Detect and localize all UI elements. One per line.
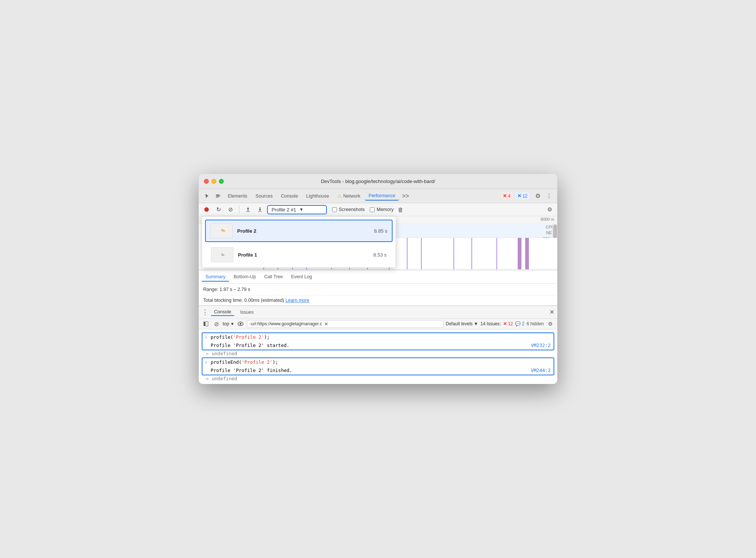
tab-sources[interactable]: Sources: [252, 192, 276, 200]
bottom-up-tab[interactable]: Bottom-Up: [230, 273, 260, 282]
filter-clear-icon[interactable]: ✕: [324, 321, 328, 327]
dropdown-arrow-icon: ▼: [299, 207, 304, 212]
profile-popup: Profile 2 8.85 s Profile 1: [202, 216, 396, 268]
issues-label: 14 Issues:: [480, 321, 501, 326]
svg-rect-11: [205, 322, 208, 326]
hidden-count: 6 hidden: [527, 321, 544, 326]
issues-red-x-icon: ✕: [503, 321, 507, 326]
console-section: ⋮ Console Issues ✕ ⊘ top ▼: [199, 306, 557, 384]
scrollbar-thumb[interactable]: [553, 224, 557, 239]
console-line-1: › profile('Profile 2');: [202, 333, 554, 341]
event-log-tab[interactable]: Event Log: [287, 273, 316, 282]
profile-option-2[interactable]: Profile 2 8.85 s: [205, 220, 393, 242]
context-select[interactable]: top ▼: [223, 321, 234, 326]
issues-tab[interactable]: Issues: [237, 309, 257, 316]
console-line-2: Profile 'Profile 2' started. VM232:2: [202, 341, 554, 350]
console-clear-icon[interactable]: ⊘: [212, 320, 220, 328]
upload-button[interactable]: [243, 205, 253, 214]
levels-label: Default levels: [446, 321, 472, 326]
issues-blue-count: 💬 2: [515, 321, 524, 326]
settings-gear-icon[interactable]: ⚙: [533, 191, 543, 201]
learn-more-link[interactable]: Learn more: [285, 298, 309, 303]
error-badge-blue[interactable]: ✕ 12: [515, 192, 530, 199]
console-highlighted-block-1: › profile('Profile 2'); Profile 'Profile…: [202, 332, 554, 350]
delete-profiles-button[interactable]: 🗑: [396, 205, 406, 214]
console-highlighted-block-2: › profileEnd('Profile 2'); Profile 'Prof…: [202, 357, 554, 375]
blocking-time: Total blocking time: 0.00ms (estimated) …: [199, 295, 557, 306]
ruler-right-label: 9000 m: [540, 217, 554, 221]
context-label: top: [223, 321, 229, 326]
profile-dropdown[interactable]: Profile 2 #1 ▼: [267, 205, 327, 214]
memory-checkbox[interactable]: Memory: [370, 207, 393, 212]
traffic-lights: [204, 179, 224, 184]
inspect-element-icon[interactable]: [213, 191, 223, 201]
eye-icon[interactable]: [236, 320, 245, 328]
svg-rect-6: [222, 230, 225, 232]
console-settings-icon[interactable]: ⚙: [546, 320, 554, 328]
checkbox-group: Screenshots Memory: [332, 207, 394, 212]
blocking-time-label: Total blocking time: 0.00ms (estimated): [203, 298, 284, 303]
download-button[interactable]: [255, 205, 265, 214]
filter-input[interactable]: -url:https://www.googletagmanager.c ✕: [247, 320, 443, 328]
stop-button[interactable]: ⊘: [226, 205, 235, 214]
reload-button[interactable]: ↻: [214, 205, 223, 214]
filter-value: -url:https://www.googletagmanager.c: [250, 321, 322, 326]
screenshots-checkbox-input[interactable]: [332, 207, 337, 212]
tab-performance[interactable]: Performance: [365, 192, 399, 201]
profile-1-name: Profile 1: [238, 252, 257, 258]
svg-point-13: [240, 323, 242, 325]
range-info: Range: 1.97 s – 2.79 s: [199, 284, 557, 295]
console-line-3: › profileEnd('Profile 2');: [202, 358, 554, 366]
toolbar-separator-1: [239, 206, 239, 213]
console-toolbar: ⊘ top ▼ -url:https://www.googletagmanage…: [199, 319, 557, 329]
capture-settings-button[interactable]: ⚙: [545, 205, 554, 214]
profile-2-thumbnail: [210, 223, 233, 238]
more-tabs-button[interactable]: >>: [400, 191, 411, 201]
console-undefined-1: ← undefined: [199, 350, 557, 357]
profile-option-1[interactable]: Profile 1 8.53 s: [202, 244, 396, 266]
profile-2-time: 8.85 s: [374, 228, 387, 234]
record-button[interactable]: [202, 205, 211, 214]
svg-point-3: [204, 207, 209, 212]
summary-tab[interactable]: Summary: [202, 273, 229, 282]
levels-arrow-icon: ▼: [474, 321, 478, 326]
arrow-icon-1: ›: [205, 334, 208, 341]
vm232-link[interactable]: VM232:2: [531, 342, 551, 349]
maximize-button[interactable]: [219, 179, 224, 184]
window-title: DevTools - blog.google/technology/ai/cod…: [321, 179, 435, 184]
arrow-icon-2: ›: [205, 359, 208, 366]
console-close-button[interactable]: ✕: [549, 309, 554, 316]
profile-1-info: Profile 1 8.53 s: [238, 252, 387, 258]
tab-network[interactable]: ⚠ Network: [334, 192, 364, 200]
error-badge-red[interactable]: ✕ 4: [501, 192, 513, 199]
profile-2-info: Profile 2 8.85 s: [237, 228, 387, 234]
minimize-button[interactable]: [211, 179, 216, 184]
more-options-icon[interactable]: ⋮: [544, 191, 554, 201]
devtools-tab-bar: Elements Sources Console Lighthouse ⚠ Ne…: [199, 189, 557, 203]
svg-rect-1: [216, 196, 220, 196]
console-tab[interactable]: Console: [211, 309, 234, 316]
levels-dropdown[interactable]: Default levels ▼: [446, 321, 478, 326]
summary-tab-bar: Summary Bottom-Up Call Tree Event Log: [199, 270, 557, 284]
console-sidebar-icon[interactable]: [202, 320, 210, 328]
console-line-4: Profile 'Profile 2' finished. VM244:2: [202, 366, 554, 375]
close-button[interactable]: [204, 179, 209, 184]
issues-red-count: ✕ 12: [503, 321, 513, 326]
cursor-icon[interactable]: [202, 191, 212, 201]
error-icon-red: ✕: [503, 193, 507, 199]
network-warning-icon: ⚠: [337, 193, 342, 199]
bottom-section: Summary Bottom-Up Call Tree Event Log Ra…: [199, 270, 557, 306]
issues-blue-icon: 💬: [515, 321, 521, 326]
screenshots-checkbox[interactable]: Screenshots: [332, 207, 365, 212]
profile2-string-2: 'Profile 2': [242, 359, 273, 365]
tab-console[interactable]: Console: [277, 192, 302, 200]
call-tree-tab[interactable]: Call Tree: [260, 273, 286, 282]
devtools-window: DevTools - blog.google/technology/ai/cod…: [199, 174, 557, 384]
vm244-link[interactable]: VM244:2: [531, 367, 551, 374]
console-menu-icon[interactable]: ⋮: [202, 308, 208, 316]
memory-checkbox-input[interactable]: [370, 207, 375, 212]
tab-lighthouse[interactable]: Lighthouse: [303, 192, 333, 200]
title-bar: DevTools - blog.google/technology/ai/cod…: [199, 174, 557, 189]
tab-elements[interactable]: Elements: [224, 192, 251, 200]
console-undefined-2: ← undefined: [199, 375, 557, 382]
